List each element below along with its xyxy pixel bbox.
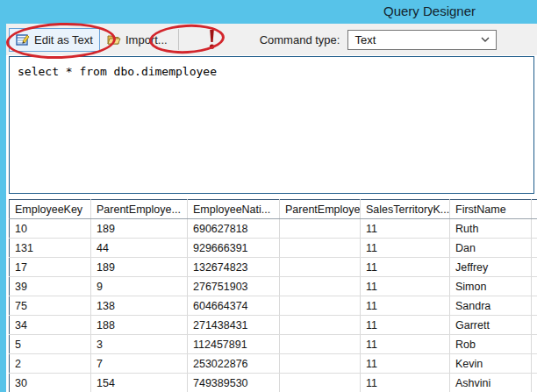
header-row: EmployeeKeyParentEmploye...EmployeeNati.… <box>10 200 537 219</box>
table-cell[interactable]: Jeffrey <box>450 258 532 277</box>
toolbar: Edit as Text Import... Command type: <box>6 24 537 55</box>
table-cell[interactable]: 189 <box>91 258 188 277</box>
table-row[interactable]: 5311245789111Rob <box>10 335 537 354</box>
table-cell[interactable]: 112457891 <box>188 335 280 354</box>
table-cell[interactable]: 2 <box>10 354 91 374</box>
table-cell[interactable]: 132674823 <box>188 258 280 277</box>
edit-as-text-icon <box>16 32 30 46</box>
window-title: Query Designer <box>383 4 476 18</box>
table-cell[interactable] <box>280 258 361 277</box>
table-cell[interactable]: Rob <box>450 335 532 354</box>
table-cell[interactable]: 11 <box>361 277 450 296</box>
chevron-down-icon <box>481 37 490 42</box>
table-cell[interactable]: 11 <box>361 239 450 258</box>
table-row[interactable]: 1718913267482311Jeffrey <box>10 258 537 277</box>
table-cell[interactable] <box>280 316 361 335</box>
column-header[interactable]: EmployeeKey <box>10 200 91 219</box>
exclamation-icon <box>207 30 217 50</box>
command-type-value: Text <box>354 33 376 46</box>
table-cell[interactable]: 271438431 <box>188 316 280 335</box>
column-header[interactable]: ParentEmploye... <box>280 200 361 219</box>
table-cell[interactable]: Ruth <box>450 219 532 239</box>
table-cell[interactable] <box>280 354 361 374</box>
table-cell[interactable]: Sandra <box>450 296 532 316</box>
table-cell[interactable] <box>532 354 537 374</box>
table-cell[interactable]: Ashvini <box>450 374 532 392</box>
table-row[interactable]: 1018969062781811Ruth <box>10 219 537 239</box>
table-cell[interactable]: 44 <box>91 239 188 258</box>
column-header[interactable]: SalesTerritoryK... <box>361 200 450 219</box>
table-row[interactable]: 39927675190311Simon <box>10 277 537 296</box>
table-cell[interactable] <box>532 258 537 277</box>
table-cell[interactable]: 154 <box>91 374 188 392</box>
table-cell[interactable]: 11 <box>361 354 450 374</box>
table-row[interactable]: 3015474938953011Ashvini <box>10 374 537 392</box>
results-table: EmployeeKeyParentEmploye...EmployeeNati.… <box>9 199 537 392</box>
table-cell[interactable]: 9 <box>91 277 188 296</box>
table-cell[interactable] <box>280 374 361 392</box>
window-left-border <box>0 24 6 392</box>
query-designer-window: Query Designer Edit as Text <box>0 0 537 392</box>
table-cell[interactable]: 39 <box>10 277 91 296</box>
table-cell[interactable]: 253022876 <box>188 354 280 374</box>
table-cell[interactable] <box>280 219 361 239</box>
results-grid: EmployeeKeyParentEmploye...EmployeeNati.… <box>9 199 537 392</box>
table-cell[interactable]: 34 <box>10 316 91 335</box>
table-cell[interactable] <box>532 316 537 335</box>
column-header[interactable]: FirstName <box>450 200 532 219</box>
table-cell[interactable] <box>532 335 537 354</box>
table-cell[interactable]: 11 <box>361 296 450 316</box>
table-cell[interactable]: 7 <box>91 354 188 374</box>
table-cell[interactable]: 189 <box>91 219 188 239</box>
table-cell[interactable]: 11 <box>361 316 450 335</box>
table-cell[interactable]: 276751903 <box>188 277 280 296</box>
table-cell[interactable] <box>532 219 537 239</box>
table-cell[interactable]: 30 <box>10 374 91 392</box>
open-folder-icon <box>107 32 121 46</box>
table-cell[interactable]: 11 <box>361 258 450 277</box>
title-bar[interactable]: Query Designer <box>0 0 537 24</box>
table-cell[interactable]: Kevin <box>450 354 532 374</box>
table-cell[interactable]: 3 <box>91 335 188 354</box>
table-cell[interactable] <box>280 277 361 296</box>
table-cell[interactable]: 604664374 <box>188 296 280 316</box>
table-cell[interactable]: Garrett <box>450 316 532 335</box>
table-cell[interactable]: 690627818 <box>188 219 280 239</box>
column-header[interactable] <box>532 200 537 219</box>
table-cell[interactable]: 188 <box>91 316 188 335</box>
table-cell[interactable]: 17 <box>10 258 91 277</box>
table-cell[interactable] <box>532 277 537 296</box>
import-button[interactable]: Import... <box>100 28 175 52</box>
table-row[interactable]: 1314492966639111Dan <box>10 239 537 258</box>
table-cell[interactable]: Simon <box>450 277 532 296</box>
table-cell[interactable]: Dan <box>450 239 532 258</box>
table-cell[interactable] <box>532 374 537 392</box>
toolbar-separator <box>178 29 179 50</box>
run-query-button[interactable] <box>202 27 223 52</box>
table-cell[interactable]: 131 <box>10 239 91 258</box>
column-header[interactable]: ParentEmploye... <box>91 200 188 219</box>
table-row[interactable]: 2725302287611Kevin <box>10 354 537 374</box>
edit-as-text-label: Edit as Text <box>34 33 93 46</box>
table-row[interactable]: 7513860466437411Sandra <box>10 296 537 316</box>
table-row[interactable]: 3418827143843111Garrett <box>10 316 537 335</box>
table-cell[interactable] <box>280 335 361 354</box>
table-cell[interactable]: 138 <box>91 296 188 316</box>
table-cell[interactable]: 5 <box>10 335 91 354</box>
command-type-dropdown[interactable]: Text <box>347 30 497 50</box>
table-cell[interactable] <box>280 239 361 258</box>
table-cell[interactable]: 11 <box>361 335 450 354</box>
table-cell[interactable] <box>532 296 537 316</box>
table-cell[interactable]: 75 <box>10 296 91 316</box>
table-cell[interactable]: 11 <box>361 219 450 239</box>
table-cell[interactable]: 929666391 <box>188 239 280 258</box>
table-cell[interactable] <box>280 296 361 316</box>
table-cell[interactable]: 749389530 <box>188 374 280 392</box>
column-header[interactable]: EmployeeNati... <box>188 200 280 219</box>
table-cell[interactable]: 11 <box>361 374 450 392</box>
table-cell[interactable] <box>532 239 537 258</box>
import-label: Import... <box>125 33 168 46</box>
edit-as-text-button[interactable]: Edit as Text <box>9 28 100 52</box>
table-cell[interactable]: 10 <box>10 219 91 239</box>
query-text-editor[interactable]: select * from dbo.dimemployee <box>9 56 534 194</box>
